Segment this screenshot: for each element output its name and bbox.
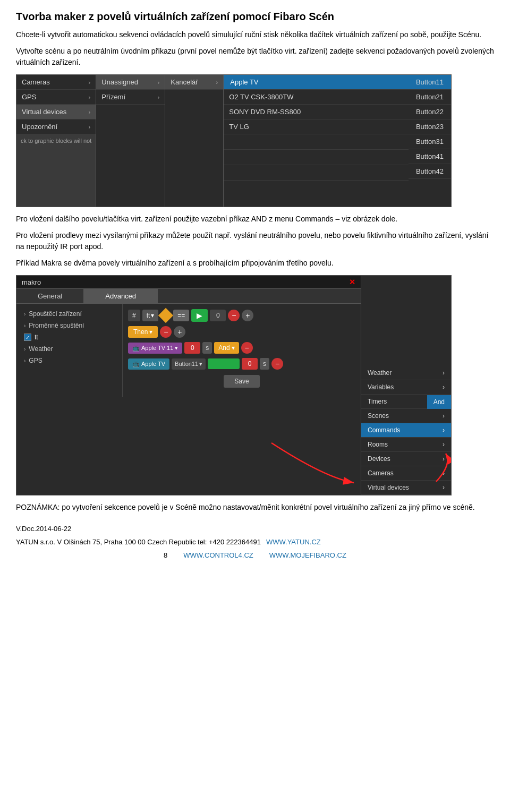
menu-item-virtual-devices-label: Virtual devices	[22, 108, 66, 116]
device-name-empty	[224, 134, 409, 149]
dropdown-item-variables[interactable]: Variables ›	[361, 380, 451, 395]
menu-item-cameras[interactable]: Cameras ›	[16, 75, 96, 90]
block-then[interactable]: Then ▾	[128, 326, 158, 338]
dropdown-item-cameras[interactable]: Cameras ›	[361, 466, 451, 481]
block-minus-row3[interactable]: −	[241, 342, 253, 354]
block-number-0[interactable]: 0	[210, 310, 226, 321]
menu-item-upozorneni[interactable]: Upozornění ›	[16, 119, 96, 134]
block-appletv-dropdown[interactable]: 📺 Apple TV 11 ▾	[128, 343, 182, 354]
device-row-o2tv: O2 TV CSK-3800TW	[224, 90, 409, 105]
macro-body: › Spouštěcí zařízení › Proměnné spuštění…	[16, 304, 361, 397]
button-btn11[interactable]: Button11	[409, 75, 451, 89]
device-row-empty2	[224, 150, 409, 165]
section-label-spoust: Spouštěcí zařízení	[29, 310, 81, 318]
block-equals[interactable]: ==	[173, 310, 189, 321]
screenshot1-container: Cameras › GPS › Virtual devices › Upozor…	[16, 74, 494, 207]
block-tt-dropdown[interactable]: tt ▾	[142, 310, 159, 321]
dropdown-item-weather[interactable]: Weather ›	[361, 366, 451, 380]
chevron-right-icon: ›	[24, 346, 26, 352]
dropdown-arrow-icon: ▾	[232, 344, 235, 352]
checkbox-tt[interactable]: ✓	[24, 334, 31, 341]
block-row-4: 📺 Apple TV Button11 ▾ 0 s −	[128, 358, 355, 370]
block-row-3: 📺 Apple TV 11 ▾ 0 s And ▾ −	[128, 342, 355, 354]
block-diamond-icon[interactable]	[158, 308, 173, 323]
section-weather[interactable]: › Weather	[21, 343, 118, 355]
menu-item-pozemni[interactable]: Přízemí ›	[96, 90, 165, 105]
block-and-button[interactable]: And ▾	[214, 342, 239, 354]
section-label-tt: tt	[35, 334, 38, 341]
device-name-sony[interactable]: SONY DVD RM-SS800	[224, 105, 409, 119]
section-label-gps: GPS	[29, 357, 42, 364]
arrow-icon: ›	[443, 469, 445, 477]
dropdown-item-devices[interactable]: Devices ›	[361, 452, 451, 466]
block-minus-row4[interactable]: −	[271, 358, 283, 370]
screenshot2-container: makro ✕ General Advanced › Spouštěcí zař…	[16, 275, 494, 495]
macro-tabs: General Advanced	[16, 289, 361, 304]
note-para: POZNÁMKA: po vytvoření sekcence povelů j…	[16, 502, 494, 513]
button-btn23[interactable]: Button23	[409, 119, 451, 134]
block-button11[interactable]: Button11 ▾	[172, 358, 206, 370]
section-label-weather: Weather	[29, 345, 53, 353]
block-0-red2[interactable]: 0	[242, 358, 258, 370]
screenshot1: Cameras › GPS › Virtual devices › Upozor…	[16, 74, 452, 207]
dropdown-item-commands[interactable]: Commands ›	[361, 423, 451, 438]
arrow-icon: ›	[89, 79, 91, 86]
button-row-21: Button21	[409, 90, 451, 105]
footer-bottom: 8 WWW.CONTROL4.CZ WWW.MOJEFIBARO.CZ	[16, 550, 494, 561]
block-plus-then[interactable]: +	[174, 326, 185, 338]
button-row-31: Button31	[409, 134, 451, 149]
device-name-empty3	[224, 165, 409, 180]
tab-advanced[interactable]: Advanced	[84, 289, 158, 303]
block-minus-then[interactable]: −	[160, 326, 172, 338]
arrow-icon: ›	[89, 124, 91, 130]
block-appletv2[interactable]: 📺 Apple TV	[128, 358, 169, 370]
para-1: Pro vložení dalšího povelu/tlačítka virt…	[16, 213, 494, 225]
button-row-42: Button42	[409, 164, 451, 179]
dropdown-item-rooms[interactable]: Rooms ›	[361, 438, 451, 452]
company-name: YATUN s.r.o. V Olšinách 75, Praha 100 00…	[16, 537, 261, 548]
website3: WWW.MOJEFIBARO.CZ	[269, 550, 346, 561]
arrow-icon: ›	[443, 412, 445, 420]
menu-item-unassigned[interactable]: Unassigned ›	[96, 75, 165, 90]
block-0-red[interactable]: 0	[184, 342, 200, 354]
block-play-button[interactable]: ▶	[191, 309, 208, 322]
dropdown-spacer	[361, 276, 451, 366]
dropdown-label-commands: Commands	[368, 426, 400, 434]
button-list: Button11 Button21 Button22 Button23 Butt…	[409, 75, 451, 207]
macro-close-button[interactable]: ✕	[349, 278, 355, 286]
tab-general[interactable]: General	[16, 289, 84, 303]
macro-blocks-area: # tt ▾ == ▶ 0 − + Then ▾	[123, 304, 361, 397]
block-green-bar	[208, 358, 240, 369]
intro-para-2: Vytvořte scénu a po neutrálním úvodním p…	[16, 46, 494, 68]
button-btn21[interactable]: Button21	[409, 90, 451, 104]
section-promenne[interactable]: › Proměnné spuštění	[21, 320, 118, 331]
block-plus-button[interactable]: +	[242, 310, 253, 321]
section-gps[interactable]: › GPS	[21, 355, 118, 366]
menu-item-gps-label: GPS	[22, 93, 36, 101]
button-btn41[interactable]: Button41	[409, 149, 451, 164]
dropdown-label-timers: Timers	[368, 398, 387, 405]
device-name-appletv[interactable]: Apple TV	[224, 75, 409, 89]
section-spoust[interactable]: › Spouštěcí zařízení	[21, 308, 118, 320]
menu-item-gps[interactable]: GPS ›	[16, 90, 96, 105]
block-minus-button[interactable]: −	[228, 310, 240, 321]
button-btn31[interactable]: Button31	[409, 134, 451, 149]
dropdown-arrow-icon: ▾	[175, 345, 178, 352]
intro-para-1: Chcete-li vytvořit automatickou sekvenci…	[16, 29, 494, 40]
dropdown-item-virtual-devices[interactable]: Virtual devices ›	[361, 481, 451, 495]
menu-item-kancelar[interactable]: Kancelář ›	[165, 75, 223, 90]
dropdown-item-scenes[interactable]: Scenes ›	[361, 409, 451, 423]
button-row-11: Button11	[409, 75, 451, 90]
device-name-tvlg[interactable]: TV LG	[224, 119, 409, 134]
save-button[interactable]: Save	[224, 375, 259, 388]
save-btn-container: Save	[128, 375, 355, 388]
device-name-o2tv[interactable]: O2 TV CSK-3800TW	[224, 90, 409, 104]
subtext: ck to graphic blocks will not	[16, 134, 96, 207]
website2: WWW.CONTROL4.CZ	[183, 550, 253, 561]
block-hash: #	[128, 310, 140, 321]
arrow-icon: ›	[158, 79, 160, 86]
menu-item-virtual-devices[interactable]: Virtual devices ›	[16, 105, 96, 119]
section-tt[interactable]: ✓ tt	[21, 331, 118, 343]
button-btn42[interactable]: Button42	[409, 164, 451, 178]
button-btn22[interactable]: Button22	[409, 105, 451, 119]
